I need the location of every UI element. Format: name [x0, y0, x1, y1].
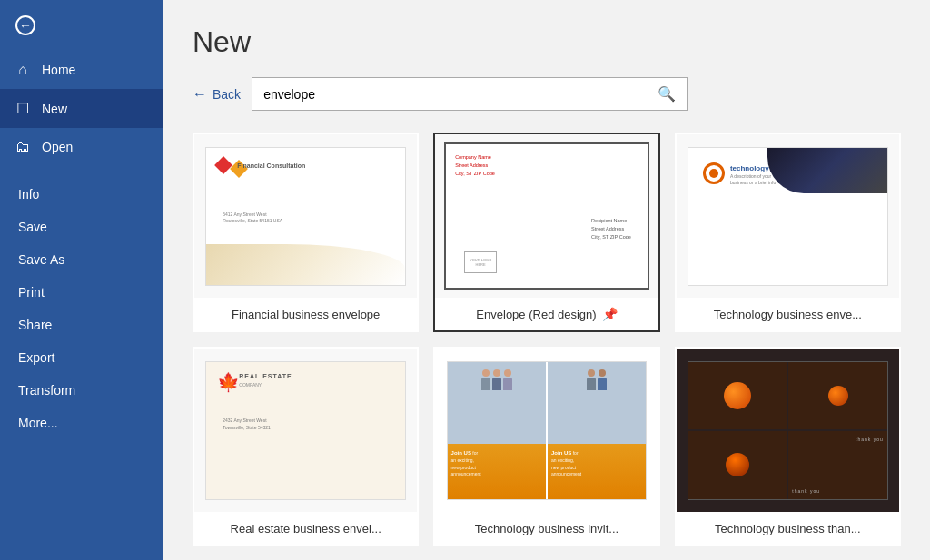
sidebar-item-new[interactable]: ☐ New	[0, 89, 163, 128]
sidebar-item-home[interactable]: ⌂ Home	[0, 51, 163, 89]
template-label-red-design: Envelope (Red design) 📌	[435, 298, 658, 330]
sidebar-item-new-label: New	[42, 102, 67, 116]
template-label-realestate: Real estate business envel...	[194, 512, 417, 545]
open-icon: 🗂	[15, 139, 31, 155]
realestate-subtitle: COMPANY	[239, 382, 262, 388]
sidebar: ← ⌂ Home ☐ New 🗂 Open Info Save Save As …	[0, 0, 163, 560]
envelope-thanks-preview: thank you thank you	[688, 361, 888, 500]
invite-people-figure-1	[448, 362, 546, 390]
pin-icon[interactable]: 📌	[602, 307, 618, 321]
financial-address: 5412 Any Street WestRoutesville, State 5…	[223, 211, 282, 225]
envelope-red-preview: Company NameStreet AddressCity, ST ZIP C…	[444, 142, 649, 290]
invite-people-figure-2	[548, 362, 646, 390]
sidebar-item-share[interactable]: Share	[0, 309, 163, 341]
realestate-title: REAL ESTATE	[239, 373, 292, 379]
person-body-5	[598, 378, 607, 390]
template-thumb-thanks: thank you thank you	[677, 349, 899, 512]
back-arrow-icon: ←	[15, 15, 35, 35]
invite-people-1	[448, 362, 546, 445]
person-body-3	[503, 378, 512, 390]
tech-orange-circle	[703, 162, 725, 184]
logo-diamond-red	[214, 156, 232, 174]
person-2	[492, 369, 501, 390]
thanks-cell-4: thank you thank you	[788, 431, 886, 499]
sidebar-item-info[interactable]: Info	[0, 178, 163, 211]
invite-join-text-2: Join US foran exciting,new productannoun…	[548, 444, 646, 484]
invite-join-bold-2: Join US	[551, 450, 571, 456]
template-label-invite: Technology business invit...	[435, 512, 658, 545]
invite-col-1: Join US foran exciting,new productannoun…	[448, 362, 546, 499]
invite-join-text-1: Join US foran exciting,new productannoun…	[448, 444, 546, 484]
search-input[interactable]	[252, 80, 647, 109]
home-icon: ⌂	[15, 62, 31, 78]
sidebar-item-transform[interactable]: Transform	[0, 374, 163, 407]
template-thumb-financial: Financial Consultation 5412 Any Street W…	[194, 134, 417, 298]
template-card-red-design[interactable]: Company NameStreet AddressCity, ST ZIP C…	[433, 133, 659, 332]
template-card-realestate[interactable]: 🍁 REAL ESTATE COMPANY 2432 Any Street We…	[193, 347, 419, 546]
search-back-link[interactable]: ← Back	[193, 86, 241, 103]
template-label-financial: Financial business envelope	[194, 298, 417, 330]
search-button[interactable]: 🔍	[647, 78, 687, 110]
red-sender-text: Company NameStreet AddressCity, ST ZIP C…	[455, 153, 495, 177]
invite-col-2: Join US foran exciting,new productannoun…	[548, 362, 646, 499]
search-input-wrapper: 🔍	[252, 77, 688, 111]
red-logo-text: YOUR LOGOHERE	[470, 258, 491, 267]
thanks-text-1: thank you	[792, 488, 820, 494]
person-head-5	[599, 369, 606, 377]
person-1	[481, 369, 490, 390]
thanks-orb-3	[726, 453, 749, 476]
financial-title: Financial Consultation	[237, 162, 305, 169]
tech-company-label: technology	[730, 164, 769, 172]
template-label-technology: Technology business enve...	[677, 298, 899, 330]
template-thumb-realestate: 🍁 REAL ESTATE COMPANY 2432 Any Street We…	[194, 349, 417, 512]
person-body-4	[587, 378, 596, 390]
person-head-3	[504, 369, 511, 377]
red-logo-box: YOUR LOGOHERE	[464, 251, 497, 273]
sidebar-item-more[interactable]: More...	[0, 407, 163, 439]
tech-orange-inner	[709, 169, 718, 178]
thanks-cell-1	[688, 362, 787, 430]
search-back-arrow-icon: ←	[193, 86, 207, 103]
thanks-cell-2	[788, 362, 886, 430]
back-button[interactable]: ←	[7, 7, 44, 44]
template-label-thanks: Technology business than...	[677, 512, 899, 545]
template-thumb-technology: technology A description of yourbusiness…	[677, 134, 899, 298]
tech-company-sub: A description of yourbusiness or a brief…	[730, 173, 776, 186]
thanks-orb-1	[724, 382, 751, 409]
sidebar-item-export[interactable]: Export	[0, 341, 163, 374]
sidebar-item-open-label: Open	[42, 140, 73, 154]
thanks-text-2: thank you	[856, 437, 884, 442]
person-head-1	[482, 369, 490, 377]
template-grid: Financial Consultation 5412 Any Street W…	[193, 133, 901, 546]
invite-join-bold-1: Join US	[451, 450, 471, 456]
envelope-tech-preview: technology A description of yourbusiness…	[688, 147, 888, 286]
template-card-financial[interactable]: Financial Consultation 5412 Any Street W…	[193, 133, 419, 332]
person-body-2	[492, 378, 501, 390]
sidebar-item-open[interactable]: 🗂 Open	[0, 128, 163, 166]
new-doc-icon: ☐	[15, 100, 31, 117]
thanks-orb-2	[828, 386, 848, 406]
search-back-label: Back	[213, 87, 241, 102]
tech-dark-wave	[767, 148, 886, 193]
template-card-technology[interactable]: technology A description of yourbusiness…	[675, 133, 901, 332]
envelope-realestate-preview: 🍁 REAL ESTATE COMPANY 2432 Any Street We…	[205, 361, 406, 500]
person-body-1	[481, 378, 490, 390]
sidebar-item-save[interactable]: Save	[0, 211, 163, 243]
template-card-thanks[interactable]: thank you thank you Technology business …	[675, 347, 901, 546]
financial-wave	[206, 244, 405, 285]
template-card-invite[interactable]: Join US foran exciting,new productannoun…	[433, 347, 659, 546]
person-head-2	[493, 369, 500, 377]
page-title: New	[193, 25, 901, 59]
sidebar-divider-1	[15, 172, 149, 172]
template-thumb-red-design: Company NameStreet AddressCity, ST ZIP C…	[435, 134, 658, 298]
person-5	[598, 369, 607, 390]
envelope-financial-preview: Financial Consultation 5412 Any Street W…	[205, 147, 406, 286]
person-head-4	[588, 369, 595, 377]
sidebar-item-save-as[interactable]: Save As	[0, 243, 163, 276]
person-4	[587, 369, 596, 390]
sidebar-item-print[interactable]: Print	[0, 276, 163, 309]
realestate-address: 2432 Any Street WestTownsville, State 54…	[223, 417, 271, 431]
realestate-leaf-icon: 🍁	[217, 371, 240, 393]
search-bar: ← Back 🔍	[193, 77, 901, 111]
envelope-invite-preview: Join US foran exciting,new productannoun…	[447, 361, 648, 500]
